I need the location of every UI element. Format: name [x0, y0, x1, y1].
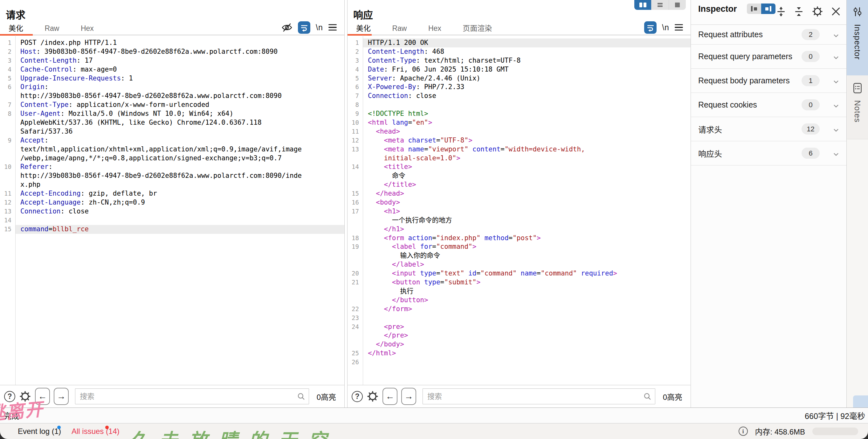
- sidetab-notes[interactable]: Notes: [847, 76, 868, 139]
- close-icon[interactable]: [831, 7, 841, 18]
- editor-menu-icon[interactable]: [675, 24, 683, 31]
- search-prev-button[interactable]: ←: [35, 388, 50, 405]
- code-line: 4Date: Fri, 06 Jun 2025 15:10:18 GMT: [347, 65, 690, 74]
- tab-response-render[interactable]: 页面渲染: [463, 23, 492, 34]
- tab-response-pretty[interactable]: 美化: [356, 23, 371, 34]
- code-line: 23: [347, 314, 690, 323]
- inspector-section-row[interactable]: Request query parameters0: [691, 45, 846, 69]
- code-line: 6X-Powered-By: PHP/7.2.33: [347, 83, 690, 92]
- newline-toggle-icon[interactable]: \n: [316, 23, 323, 32]
- memory-progress-bar: [812, 428, 858, 435]
- search-settings-gear-icon[interactable]: [367, 390, 379, 403]
- chevron-down-icon[interactable]: [833, 104, 839, 109]
- code-line: x.php: [0, 180, 344, 189]
- code-line: 12 <meta charset="UTF-8">: [347, 136, 690, 145]
- code-line: 14 <title>: [347, 163, 690, 172]
- code-line: AppleWebKit/537.36 (KHTML, like Gecko) C…: [0, 118, 344, 127]
- event-log-button[interactable]: Event log (1): [18, 423, 61, 439]
- editor-menu-icon[interactable]: [329, 24, 337, 31]
- chevron-down-icon[interactable]: [833, 79, 839, 85]
- code-line: 9<!DOCTYPE html>: [347, 110, 690, 118]
- chevron-down-icon[interactable]: [833, 127, 839, 133]
- code-line: 20 <input type="text" id="command" name=…: [347, 269, 690, 278]
- response-editor[interactable]: 1HTTP/1.1 200 OK2Content-Length: 4683Con…: [347, 35, 690, 385]
- chevron-down-icon[interactable]: [833, 55, 839, 61]
- code-line: 5Upgrade-Insecure-Requests: 1: [0, 74, 344, 83]
- code-line: 10<html lang="en">: [347, 118, 690, 127]
- code-line: 2Host: 39b083b0-856f-4947-8be9-d2602e88f…: [0, 48, 344, 56]
- code-line: 1HTTP/1.1 200 OK: [347, 38, 690, 48]
- code-line: 11 <head>: [347, 127, 690, 136]
- search-settings-gear-icon[interactable]: [19, 390, 31, 403]
- burp-repeater-window: 请求 美化 Raw Hex \n: [0, 0, 868, 439]
- tab-response-raw[interactable]: Raw: [392, 23, 407, 34]
- code-line: 3Content-Length: 17: [0, 56, 344, 65]
- sidetab-notes-label: Notes: [853, 100, 862, 122]
- inspector-section-row[interactable]: Request attributes2: [691, 25, 846, 45]
- response-editor-toolbar: \n: [644, 20, 683, 35]
- inspector-section-label: 响应头: [698, 148, 722, 159]
- sidetab-inspector-label: Inspector: [853, 24, 862, 60]
- inspector-section-row[interactable]: 响应头6: [691, 141, 846, 166]
- layout-columns-button[interactable]: [634, 0, 651, 10]
- inspector-section-label: 请求头: [698, 123, 722, 135]
- inspector-section-row[interactable]: 请求头12: [691, 117, 846, 141]
- tab-request-pretty[interactable]: 美化: [8, 23, 23, 34]
- search-prev-button[interactable]: ←: [382, 388, 397, 405]
- strip-bottom-accent: [853, 396, 868, 408]
- search-next-button[interactable]: →: [401, 388, 416, 405]
- dock-left-button[interactable]: [747, 3, 761, 14]
- chevron-down-icon[interactable]: [833, 152, 839, 157]
- request-editor[interactable]: 1POST /index.php HTTP/1.12Host: 39b083b0…: [0, 35, 344, 385]
- code-line: http://39b083b0-856f-4947-8be9-d2602e88f…: [0, 172, 344, 180]
- inspector-section-row[interactable]: Request cookies0: [691, 93, 846, 117]
- response-search-bar: ? ← → 0高亮: [347, 385, 690, 408]
- search-icon: [644, 392, 651, 401]
- all-issues-button[interactable]: All issues (14): [71, 423, 120, 439]
- word-wrap-toggle-icon[interactable]: [298, 21, 310, 34]
- inspector-section-label: Request query parameters: [698, 52, 792, 61]
- code-line: </h1>: [347, 225, 690, 234]
- memory-usage-label: 内存: 458.6MB: [755, 426, 805, 437]
- search-next-button[interactable]: →: [54, 388, 69, 405]
- request-editor-toolbar: \n: [281, 20, 337, 35]
- info-icon[interactable]: i: [739, 427, 748, 436]
- inspector-section-count-badge: 6: [802, 148, 820, 159]
- tab-request-hex[interactable]: Hex: [81, 23, 94, 34]
- search-input[interactable]: [75, 388, 309, 404]
- code-line: 18 <form action="index.php" method="post…: [347, 234, 690, 243]
- request-panel-title: 请求: [6, 7, 25, 21]
- newline-toggle-icon[interactable]: \n: [662, 23, 669, 32]
- help-icon[interactable]: ?: [4, 391, 15, 402]
- code-line: 执行: [347, 287, 690, 296]
- dock-right-button[interactable]: [761, 3, 775, 14]
- chevron-down-icon[interactable]: [833, 33, 839, 39]
- search-input[interactable]: [423, 388, 655, 404]
- collapse-all-icon[interactable]: [794, 6, 804, 19]
- code-line: 11Accept-Encoding: gzip, deflate, br: [0, 189, 344, 198]
- response-panel-title: 响应: [353, 7, 373, 21]
- code-line: 1POST /index.php HTTP/1.1: [0, 38, 344, 48]
- inspector-section-row[interactable]: Request body parameters1: [691, 69, 846, 93]
- inspector-section-label: Request body parameters: [698, 76, 790, 85]
- code-line: 9Accept:: [0, 136, 344, 145]
- all-issues-dot: [105, 426, 109, 429]
- code-line: 8User-Agent: Mozilla/5.0 (Windows NT 10.…: [0, 110, 344, 118]
- sidetab-inspector[interactable]: Inspector: [847, 0, 868, 76]
- code-line: 14: [0, 216, 344, 225]
- word-wrap-toggle-icon[interactable]: [644, 21, 657, 34]
- layout-single-button[interactable]: [669, 0, 686, 10]
- inspector-settings-gear-icon[interactable]: [812, 6, 823, 19]
- code-line: 13Connection: close: [0, 207, 344, 216]
- layout-rows-button[interactable]: [651, 0, 668, 10]
- code-line: 17 <h1>: [347, 207, 690, 216]
- tab-request-raw[interactable]: Raw: [44, 23, 59, 34]
- expand-all-icon[interactable]: [776, 6, 786, 19]
- hide-eye-icon[interactable]: [281, 23, 292, 32]
- tab-response-hex[interactable]: Hex: [428, 23, 441, 34]
- code-line: 命令: [347, 172, 690, 180]
- code-line: 19 <label for="command">: [347, 242, 690, 251]
- help-icon[interactable]: ?: [352, 391, 363, 402]
- code-line: 16 <body>: [347, 198, 690, 207]
- code-line: 13 <meta name="viewport" content="width=…: [347, 145, 690, 154]
